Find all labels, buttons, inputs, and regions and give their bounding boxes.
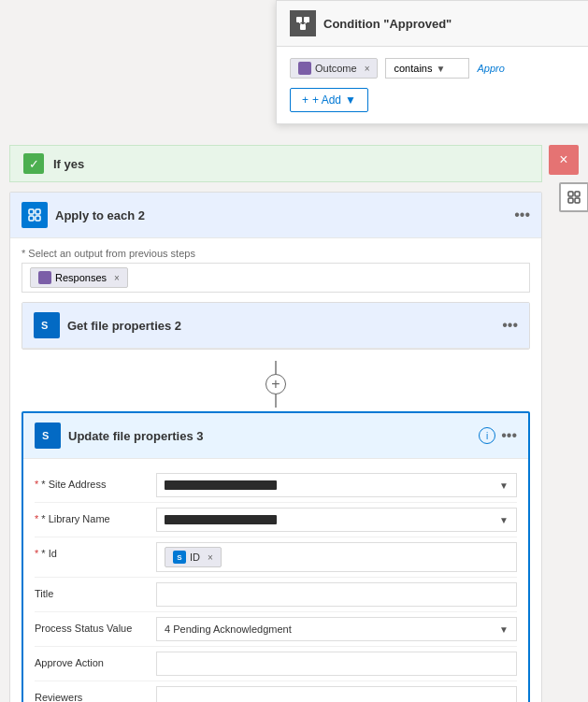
- process-status-value: 4 Pending Acknowledgment: [165, 623, 292, 635]
- responses-label: Responses: [55, 272, 107, 283]
- select-output-label: * Select an output from previous steps: [22, 248, 530, 259]
- id-pill-label: ID: [190, 552, 200, 563]
- add-plus-icon: +: [302, 93, 308, 107]
- responses-icon: [38, 271, 51, 284]
- library-name-select[interactable]: ▼: [156, 508, 517, 532]
- process-status-row: Process Status Value 4 Pending Acknowled…: [35, 612, 517, 647]
- process-status-chevron: ▼: [499, 624, 509, 635]
- apply-to-each-icon: [22, 202, 48, 228]
- get-file-title: Get file properties 2: [67, 319, 502, 333]
- apply-to-each-body: * Select an output from previous steps R…: [10, 238, 541, 702]
- outcome-label: Outcome: [315, 63, 357, 74]
- title-label: Title: [35, 582, 156, 599]
- flow-area: ✓ If yes Apply to each 2 ••• * Select an…: [0, 145, 552, 702]
- site-address-value: [165, 480, 277, 490]
- svg-rect-1: [304, 17, 309, 22]
- library-name-value: [165, 515, 277, 524]
- if-yes-bar: ✓ If yes: [9, 145, 542, 182]
- apply-to-each-title: Apply to each 2: [55, 208, 514, 222]
- process-status-label: Process Status Value: [35, 617, 156, 634]
- site-address-row: * Site Address ▼: [35, 468, 517, 503]
- approve-action-field[interactable]: [156, 652, 517, 676]
- site-address-chevron: ▼: [499, 480, 509, 491]
- get-file-menu[interactable]: •••: [502, 317, 518, 334]
- svg-rect-13: [568, 198, 573, 203]
- id-row: * Id S ID ×: [35, 537, 517, 578]
- library-name-label: * Library Name: [35, 508, 156, 524]
- apply-to-each-menu[interactable]: •••: [514, 207, 530, 223]
- title-field[interactable]: [156, 582, 517, 607]
- condition-popup: Condition "Approved" Outcome × contains …: [276, 0, 588, 124]
- add-chevron: ▼: [345, 93, 356, 107]
- outcome-close[interactable]: ×: [365, 64, 370, 74]
- approve-action-row: Approve Action: [35, 647, 517, 681]
- apply-to-each-card: Apply to each 2 ••• * Select an output f…: [9, 192, 542, 702]
- add-step-button[interactable]: +: [265, 374, 286, 394]
- update-file-title: Update file properties 3: [68, 429, 479, 443]
- site-address-label: * Site Address: [35, 473, 156, 490]
- svg-text:S: S: [41, 320, 48, 331]
- if-yes-check-icon: ✓: [23, 153, 44, 174]
- right-connector-icon: [559, 182, 588, 212]
- condition-value: Appro: [477, 63, 504, 74]
- condition-row: Outcome × contains ▼ Appro: [290, 58, 580, 79]
- operator-label: contains: [394, 63, 432, 74]
- condition-title: Condition "Approved": [323, 17, 452, 31]
- svg-rect-12: [575, 192, 580, 196]
- svg-rect-11: [568, 192, 573, 196]
- operator-select[interactable]: contains ▼: [385, 58, 469, 79]
- get-file-icon: S: [34, 312, 60, 338]
- id-field[interactable]: S ID ×: [156, 542, 517, 572]
- svg-text:S: S: [42, 430, 49, 441]
- select-output-field[interactable]: Responses ×: [22, 263, 530, 293]
- reviewers-row: Reviewers: [35, 681, 517, 702]
- add-condition-button[interactable]: + + Add ▼: [290, 88, 368, 112]
- update-file-card: S Update file properties 3 i ••• * Site …: [22, 411, 530, 702]
- get-file-wrapper: S Get file properties 2 ••• +: [22, 302, 530, 702]
- svg-rect-7: [29, 216, 34, 221]
- right-connector: [560, 145, 588, 212]
- id-label: * Id: [35, 542, 156, 559]
- add-label: + Add: [312, 93, 341, 107]
- svg-rect-0: [296, 17, 302, 22]
- apply-to-each-header: Apply to each 2 •••: [10, 193, 541, 238]
- update-file-menu[interactable]: •••: [501, 427, 517, 444]
- title-row: Title: [35, 578, 517, 612]
- connector-line-top: [275, 361, 277, 374]
- svg-rect-8: [36, 216, 40, 221]
- info-icon[interactable]: i: [479, 427, 495, 444]
- update-file-body: * Site Address ▼ * Library Name ▼: [23, 459, 528, 702]
- condition-icon: [290, 10, 316, 36]
- operator-chevron: ▼: [436, 64, 445, 74]
- svg-rect-5: [29, 209, 34, 214]
- id-close[interactable]: ×: [208, 552, 213, 563]
- approve-action-label: Approve Action: [35, 652, 156, 668]
- responses-pill: Responses ×: [30, 267, 128, 288]
- get-file-card: S Get file properties 2 •••: [22, 302, 530, 350]
- reviewers-label: Reviewers: [35, 686, 156, 702]
- site-address-select[interactable]: ▼: [156, 473, 517, 497]
- outcome-pill[interactable]: Outcome ×: [290, 58, 378, 79]
- responses-close[interactable]: ×: [114, 273, 120, 283]
- update-file-header: S Update file properties 3 i •••: [23, 413, 528, 459]
- get-file-header: S Get file properties 2 •••: [22, 303, 529, 349]
- update-file-icon: S: [35, 423, 61, 449]
- process-status-select[interactable]: 4 Pending Acknowledgment ▼: [156, 617, 517, 641]
- library-name-row: * Library Name ▼: [35, 503, 517, 537]
- svg-rect-6: [36, 209, 40, 214]
- condition-body: Outcome × contains ▼ Appro + + Add ▼: [277, 47, 588, 123]
- id-icon: S: [173, 551, 186, 564]
- outcome-icon: [298, 62, 311, 75]
- svg-rect-14: [575, 198, 580, 203]
- connector: +: [22, 357, 530, 411]
- reviewers-field[interactable]: [156, 686, 517, 702]
- id-pill: S ID ×: [165, 547, 222, 567]
- library-name-chevron: ▼: [499, 515, 509, 525]
- condition-header: Condition "Approved": [277, 1, 588, 47]
- connector-line-bottom: [275, 394, 277, 408]
- if-yes-label: If yes: [53, 157, 84, 171]
